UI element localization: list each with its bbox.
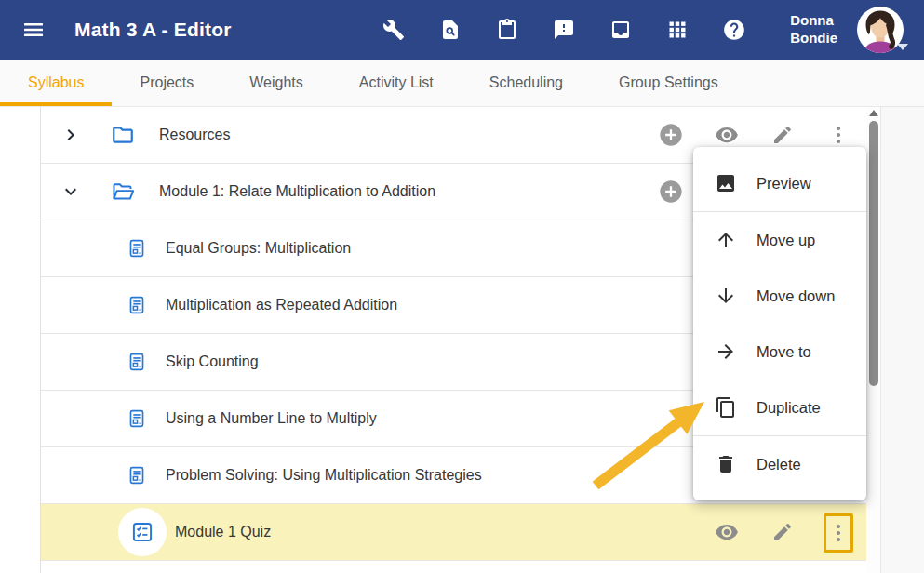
header-toolbar <box>373 9 755 50</box>
inbox-icon[interactable] <box>600 9 641 50</box>
app-grid-icon[interactable] <box>657 9 698 50</box>
item-title[interactable]: Using a Number Line to Multiply <box>166 410 377 427</box>
app-header: Math 3 A - Editor Donna Bondie <box>0 0 924 60</box>
item-title[interactable]: Multiplication as Repeated Addition <box>166 297 397 313</box>
item-title[interactable]: Module 1 Quiz <box>175 524 271 540</box>
lesson-document-icon <box>127 238 147 259</box>
chevron-down-icon[interactable] <box>60 180 82 203</box>
trash-icon <box>715 453 737 475</box>
lesson-document-icon <box>127 352 147 372</box>
menu-icon[interactable] <box>13 9 54 50</box>
scrollbar[interactable] <box>866 107 881 573</box>
add-button[interactable] <box>652 116 690 153</box>
menu-item-duplicate[interactable]: Duplicate <box>693 380 866 435</box>
row-actions <box>708 513 866 551</box>
preview-eye-button[interactable] <box>708 513 745 551</box>
user-name[interactable]: Donna Bondie <box>790 12 837 47</box>
item-title[interactable]: Module 1: Relate Multiplication to Addit… <box>159 183 435 200</box>
more-button-focused[interactable] <box>820 513 857 551</box>
arrow-up-icon <box>715 229 737 251</box>
editor-tabs: Syllabus Projects Weights Activity List … <box>0 60 924 107</box>
tab-weights[interactable]: Weights <box>221 60 331 106</box>
tab-syllabus[interactable]: Syllabus <box>0 60 112 106</box>
focus-ring <box>824 513 853 553</box>
syllabus-panel: Resources <box>0 107 924 573</box>
syllabus-row-module-1-quiz[interactable]: Module 1 Quiz <box>41 504 866 561</box>
right-gutter <box>881 107 924 573</box>
scrollbar-thumb[interactable] <box>869 121 878 386</box>
item-title[interactable]: Equal Groups: Multiplication <box>166 240 351 257</box>
menu-item-move-down[interactable]: Move down <box>693 268 866 324</box>
add-button[interactable] <box>652 173 690 210</box>
item-context-menu: Preview Move up Move down Move to Duplic… <box>693 147 866 500</box>
tab-activity-list[interactable]: Activity List <box>331 60 462 106</box>
tab-group-settings[interactable]: Group Settings <box>591 60 746 106</box>
clipboard-icon[interactable] <box>487 9 528 50</box>
document-search-icon[interactable] <box>430 9 471 50</box>
avatar[interactable] <box>856 6 904 54</box>
lesson-document-icon <box>127 465 147 486</box>
page-title: Math 3 A - Editor <box>74 19 232 41</box>
menu-item-preview[interactable]: Preview <box>693 155 866 211</box>
chevron-right-icon[interactable] <box>60 124 82 146</box>
tab-projects[interactable]: Projects <box>112 60 221 106</box>
tools-icon[interactable] <box>373 9 414 50</box>
item-title[interactable]: Problem Solving: Using Multiplication St… <box>166 467 482 484</box>
edit-button[interactable] <box>764 513 801 551</box>
item-title[interactable]: Resources <box>159 127 230 143</box>
folder-open-icon <box>111 180 135 204</box>
avatar-caret-icon <box>897 44 908 50</box>
arrow-right-icon <box>715 340 737 363</box>
feedback-icon[interactable] <box>543 9 584 50</box>
arrow-down-icon <box>715 285 737 307</box>
folder-icon <box>111 123 135 147</box>
preview-image-icon <box>715 172 737 194</box>
scroll-up-arrow-icon[interactable] <box>869 110 878 116</box>
lesson-document-icon <box>127 295 147 315</box>
quiz-icon-circle <box>118 508 167 556</box>
menu-item-delete[interactable]: Delete <box>693 436 866 492</box>
menu-item-move-to[interactable]: Move to <box>693 324 866 380</box>
item-title[interactable]: Skip Counting <box>166 353 259 370</box>
tab-scheduling[interactable]: Scheduling <box>462 60 591 106</box>
help-icon[interactable] <box>714 9 755 50</box>
quiz-checklist-icon <box>130 520 154 544</box>
copy-icon <box>715 396 737 419</box>
menu-item-move-up[interactable]: Move up <box>693 212 866 268</box>
lesson-document-icon <box>127 408 147 429</box>
